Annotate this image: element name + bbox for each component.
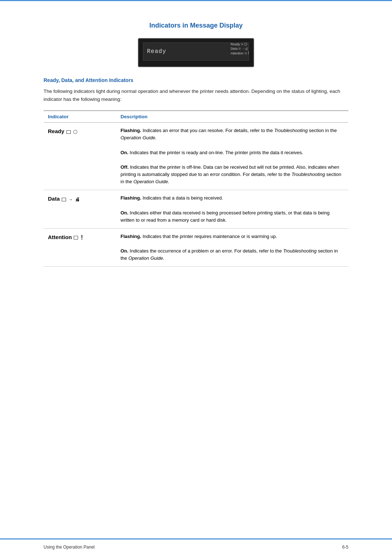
attention-exclaim-icon: ! [248,51,249,55]
ready-description-cell: Flashing. Indicates an error that you ca… [116,123,348,190]
ready-off-troubleshooting: Troubleshooting [291,172,325,177]
data-indicator-name: Data [48,196,60,202]
description-text: The following indicators light during no… [44,87,348,103]
attention-square-icon [74,236,78,239]
attention-indicator-name: Attention [48,234,72,240]
top-border [0,0,392,1]
col2-header: Description [116,111,348,123]
attention-indicator-cell: Attention ! [44,228,116,267]
attention-on-troubleshooting: Troubleshooting [283,248,317,254]
ready-on-label: On. [121,150,128,155]
attention-flashing-label: Flashing. [121,234,141,239]
attention-on-opguide: Operation Guide. [128,255,164,261]
data-arrow-icon: → [69,196,73,203]
table-header-row: Indicator Description [44,111,348,123]
data-dot [238,48,241,50]
table-row: Data → 🖨 Flashing. Indicates that a data… [44,190,348,229]
footer-right: 6-5 [342,545,348,550]
ready-circle-icon [244,43,247,46]
ready-dot [241,43,243,45]
indicator-row-attention: Attention ! [230,51,249,55]
data-label: Data [230,47,237,50]
display-ready-text: Ready [147,48,166,55]
data-flashing-label: Flashing. [121,195,141,201]
ready-flashing-troubleshooting: Troubleshooting [274,128,307,133]
ready-flashing-opguide: Operation Guide. [121,135,156,140]
attention-on-label: On. [121,248,128,254]
printer-display-container: Ready Ready Data →🖨 Attention ! [44,38,348,67]
footer-left: Using the Operation Panel [44,545,95,550]
data-on-label: On. [121,210,128,216]
data-indicator-cell: Data → 🖨 [44,190,116,229]
indicator-row-ready: Ready [230,42,249,46]
table-row: Attention ! Flashing. Indicates that the… [44,228,348,267]
attention-dot [245,52,247,54]
subsection-title: Ready, Data, and Attention Indicators [44,77,348,83]
section-title: Indicators in Message Display [44,22,348,29]
ready-indicator-cell: Ready [44,123,116,190]
printer-display: Ready Ready Data →🖨 Attention ! [138,38,254,67]
indicators-table: Indicator Description Ready Flashing. In… [44,110,348,267]
indicator-panel: Ready Data →🖨 Attention ! [230,42,249,55]
footer: Using the Operation Panel 6-5 [0,545,392,550]
bottom-border [0,538,392,539]
attention-description-cell: Flashing. Indicates that the printer req… [116,228,348,267]
ready-label: Ready [230,42,240,46]
ready-indicator-name: Ready [48,128,64,134]
ready-circle-icon-table [73,130,77,134]
data-square-icon [62,198,66,201]
table-row: Ready Flashing. Indicates an error that … [44,123,348,190]
col1-header: Indicator [44,111,116,123]
attention-exclaim-icon-table: ! [81,233,83,242]
indicator-row-data: Data →🖨 [230,47,249,50]
data-printer-icon: 🖨 [75,196,80,203]
ready-square-icon [66,130,71,134]
ready-flashing-label: Flashing. [121,128,141,133]
data-description-cell: Flashing. Indicates that a data is being… [116,190,348,229]
ready-off-opguide: Operation Guide. [133,179,169,184]
attention-label: Attention [230,52,244,55]
ready-off-label: Off. [121,164,128,170]
data-arrow-printer-icon: →🖨 [242,47,248,50]
